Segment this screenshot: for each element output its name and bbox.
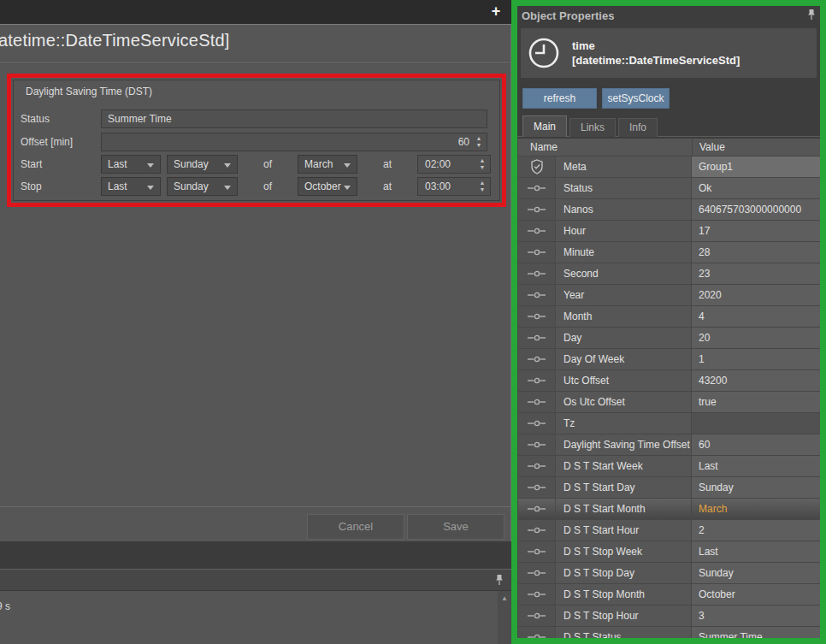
- property-value[interactable]: 3: [692, 606, 820, 626]
- table-row[interactable]: Minute 28: [518, 242, 820, 263]
- pin-icon[interactable]: [494, 574, 504, 586]
- property-value[interactable]: 43200: [692, 370, 820, 391]
- table-row[interactable]: D S T Status Summer Time: [518, 627, 820, 638]
- row-icon-cell: [518, 306, 556, 327]
- of-label: of: [238, 158, 298, 170]
- table-row[interactable]: Day 20: [518, 328, 820, 349]
- tab-main[interactable]: Main: [522, 115, 567, 137]
- stop-time-spinner[interactable]: 03:00 ▲▼: [417, 177, 491, 196]
- spinner-arrows-icon[interactable]: ▲▼: [477, 157, 487, 172]
- row-icon-cell: [518, 370, 556, 391]
- log-scrollbar[interactable]: ▲: [498, 591, 511, 644]
- tab-links[interactable]: Links: [569, 118, 616, 137]
- add-tab-button[interactable]: +: [487, 3, 504, 20]
- property-name: Hour: [556, 221, 692, 241]
- table-header: Name Value: [518, 139, 820, 157]
- table-row[interactable]: Status Ok: [518, 178, 820, 199]
- property-value[interactable]: 17: [692, 221, 820, 241]
- property-value[interactable]: October: [692, 584, 820, 605]
- column-header-name[interactable]: Name: [518, 139, 693, 156]
- table-row[interactable]: D S T Start Hour 2: [518, 520, 820, 541]
- column-header-value[interactable]: Value: [693, 139, 820, 156]
- property-value[interactable]: 60: [692, 434, 820, 455]
- tab-info[interactable]: Info: [618, 118, 658, 137]
- node-icon: [528, 463, 546, 470]
- property-value[interactable]: 2020: [692, 285, 820, 305]
- table-row[interactable]: D S T Start Month March: [518, 499, 820, 520]
- row-icon-cell: [518, 499, 556, 519]
- spinner-arrows-icon[interactable]: ▲▼: [477, 179, 487, 194]
- node-icon: [528, 505, 546, 512]
- property-value[interactable]: Ok: [692, 178, 820, 198]
- node-icon: [528, 441, 546, 448]
- property-name: Day Of Week: [556, 349, 692, 369]
- property-value[interactable]: March: [692, 499, 820, 519]
- property-value[interactable]: Sunday: [692, 563, 820, 583]
- property-value[interactable]: Group1: [692, 157, 820, 177]
- stop-time-value: 03:00: [418, 180, 451, 192]
- property-value[interactable]: 640675703000000000: [692, 199, 820, 220]
- property-value[interactable]: Last: [692, 541, 820, 562]
- table-row[interactable]: Os Utc Offset true: [518, 392, 820, 413]
- row-icon-cell: [518, 477, 556, 498]
- scroll-up-icon[interactable]: ▲: [498, 591, 511, 602]
- property-value[interactable]: Summer Time: [692, 627, 820, 638]
- property-value[interactable]: Last: [692, 456, 820, 476]
- start-week-dropdown[interactable]: Last: [101, 155, 161, 174]
- property-value[interactable]: 20: [692, 328, 820, 348]
- table-row[interactable]: D S T Start Day Sunday: [518, 477, 820, 499]
- node-icon: [528, 570, 546, 576]
- property-value[interactable]: [692, 413, 820, 434]
- table-row[interactable]: Day Of Week 1: [518, 349, 820, 370]
- properties-table: Name Value Meta Group1: [517, 139, 820, 638]
- log-panel-titlebar: [0, 569, 511, 591]
- status-input[interactable]: Summer Time: [101, 109, 487, 128]
- stop-month-dropdown[interactable]: October: [298, 177, 357, 196]
- table-row[interactable]: D S T Stop Week Last: [518, 541, 820, 563]
- table-row[interactable]: Hour 17: [518, 221, 820, 242]
- table-row[interactable]: D S T Start Week Last: [518, 456, 820, 477]
- table-row[interactable]: D S T Stop Month October: [518, 584, 820, 606]
- spinner-arrows-icon[interactable]: ▲▼: [474, 134, 484, 150]
- stop-day-dropdown[interactable]: Sunday: [167, 177, 238, 196]
- table-row[interactable]: Tz: [518, 413, 820, 434]
- row-icon-cell: [518, 520, 556, 541]
- table-row[interactable]: Month 4: [518, 306, 820, 328]
- stop-week-dropdown[interactable]: Last: [101, 177, 161, 196]
- property-value[interactable]: 2: [692, 520, 820, 541]
- table-row[interactable]: D S T Stop Hour 3: [518, 606, 820, 627]
- setsysclock-button[interactable]: setSysClock: [602, 88, 670, 109]
- offset-spinner[interactable]: 60 ▲▼: [101, 133, 487, 151]
- node-icon: [528, 612, 546, 619]
- node-icon: [528, 185, 546, 192]
- table-row[interactable]: Second 23: [518, 263, 820, 285]
- refresh-button[interactable]: refresh: [522, 88, 597, 109]
- start-month-dropdown[interactable]: March: [298, 155, 357, 174]
- property-name: Daylight Saving Time Offset: [556, 434, 692, 455]
- property-value[interactable]: Sunday: [692, 477, 820, 498]
- pin-icon[interactable]: [806, 9, 817, 21]
- property-value[interactable]: true: [692, 392, 820, 412]
- property-value[interactable]: 1: [692, 349, 820, 369]
- property-value[interactable]: 4: [692, 306, 820, 327]
- row-icon-cell: [518, 434, 556, 455]
- tab-bar: +: [0, 0, 511, 24]
- table-row[interactable]: Nanos 640675703000000000: [518, 199, 820, 221]
- cancel-button[interactable]: Cancel: [307, 514, 404, 540]
- property-value[interactable]: 23: [692, 263, 820, 284]
- table-row[interactable]: Daylight Saving Time Offset 60: [518, 434, 820, 456]
- property-value[interactable]: 28: [692, 242, 820, 263]
- save-button[interactable]: Save: [407, 514, 504, 540]
- row-icon-cell: [518, 456, 556, 476]
- property-name: Year: [556, 285, 692, 305]
- log-panel: ▲ 520384 s 9 s: [0, 569, 511, 644]
- row-icon-cell: [518, 178, 556, 198]
- table-row[interactable]: Year 2020: [518, 285, 820, 306]
- table-row[interactable]: Utc Offset 43200: [518, 370, 820, 392]
- start-day-dropdown[interactable]: Sunday: [167, 155, 238, 174]
- table-row[interactable]: Meta Group1: [518, 157, 820, 178]
- object-properties-panel: Object Properties time [datetime::DateTi…: [517, 6, 820, 638]
- table-row[interactable]: D S T Stop Day Sunday: [518, 563, 820, 584]
- node-icon: [528, 399, 546, 405]
- start-time-spinner[interactable]: 02:00 ▲▼: [417, 155, 491, 174]
